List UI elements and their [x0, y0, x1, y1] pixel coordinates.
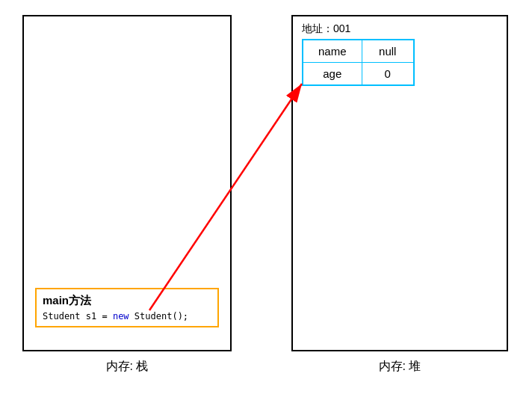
main-method-code: Student s1 = new Student(); [43, 311, 211, 321]
code-text: Student s1 = [43, 311, 113, 321]
address-label: 地址：001 [302, 22, 350, 36]
field-value-name: null [362, 40, 414, 63]
table-row-name: name null [303, 40, 414, 63]
field-name-name: name [303, 40, 362, 63]
heap-label: 内存: 堆 [291, 359, 508, 375]
stack-box: main方法 Student s1 = new Student(); [22, 15, 232, 351]
stack-label: 内存: 栈 [22, 359, 232, 375]
code-keyword-new: new [113, 311, 129, 321]
object-table: name null age 0 [302, 39, 415, 86]
field-name-age: age [303, 63, 362, 86]
main-method-title: main方法 [43, 294, 211, 308]
field-value-age: 0 [362, 63, 414, 86]
main-method-box: main方法 Student s1 = new Student(); [35, 288, 219, 327]
heap-box: 地址：001 name null age 0 [291, 15, 508, 351]
main-container: main方法 Student s1 = new Student(); 内存: 栈… [0, 0, 532, 397]
table-row-age: age 0 [303, 63, 414, 86]
code-text-2: Student(); [129, 311, 188, 321]
